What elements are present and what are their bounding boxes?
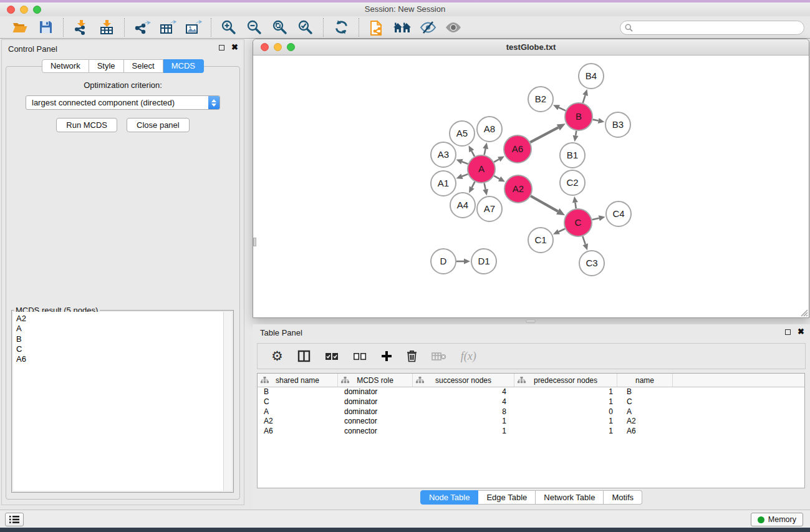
graph-node-A2[interactable]: A2 (504, 175, 532, 203)
tab-motifs[interactable]: Motifs (604, 490, 642, 505)
table-row[interactable]: Adominator80A (258, 407, 804, 417)
network-window-titlebar[interactable]: testGlobe.txt (253, 39, 809, 56)
export-network-button[interactable] (131, 18, 153, 37)
table-cell[interactable]: 4 (413, 397, 514, 407)
function-builder-button[interactable]: f(x) (461, 350, 476, 363)
graph-node-D1[interactable]: D1 (471, 249, 496, 274)
graph-node-A5[interactable]: A5 (450, 121, 475, 146)
table-cell[interactable]: 1 (514, 397, 617, 407)
graph-edge-C-C2[interactable] (572, 196, 578, 208)
graph-edge-B-B4[interactable] (582, 89, 588, 103)
close-panel-button[interactable]: Close panel (127, 118, 190, 132)
column-header-MCDS-role[interactable]: MCDS role (338, 374, 413, 387)
table-cell[interactable]: A2 (617, 417, 673, 427)
graph-node-C1[interactable]: C1 (528, 228, 553, 253)
mcds-result-item[interactable]: A2 (16, 314, 220, 324)
table-cell[interactable]: A2 (258, 417, 338, 427)
column-header-successor-nodes[interactable]: successor nodes (413, 374, 514, 387)
graph-edge-B-B3[interactable] (593, 118, 605, 123)
close-window-button[interactable] (7, 6, 15, 14)
graph-edge-A2-C[interactable] (531, 196, 565, 215)
tab-network-table[interactable]: Network Table (536, 490, 604, 505)
tab-style[interactable]: Style (89, 59, 124, 73)
zoom-out-button[interactable] (243, 18, 266, 37)
search-input[interactable] (636, 24, 804, 32)
table-cell[interactable]: 4 (413, 387, 514, 397)
table-cell[interactable]: 1 (514, 427, 617, 437)
mcds-result-item[interactable]: A6 (16, 354, 220, 364)
zoom-in-button[interactable] (218, 18, 240, 37)
graph-node-A[interactable]: A (468, 155, 495, 183)
show-eye-button[interactable] (442, 18, 465, 37)
table-cell[interactable]: A (617, 407, 673, 417)
float-table-panel-icon[interactable] (785, 329, 791, 335)
memory-button[interactable]: Memory (751, 513, 803, 526)
import-table-button[interactable] (95, 18, 118, 37)
table-row[interactable]: Bdominator41B (258, 387, 804, 397)
delete-column-button[interactable] (407, 350, 417, 362)
tab-node-table[interactable]: Node Table (420, 490, 479, 505)
float-panel-icon[interactable] (219, 45, 224, 51)
graph-node-A3[interactable]: A3 (431, 142, 456, 167)
run-mcds-button[interactable]: Run MCDS (56, 118, 117, 132)
tab-mcds[interactable]: MCDS (163, 59, 204, 73)
table-cell[interactable]: C (258, 397, 338, 407)
graph-edge-C-C1[interactable] (553, 229, 565, 235)
export-image-button[interactable] (182, 18, 205, 37)
graph-node-B4[interactable]: B4 (579, 64, 604, 89)
destroy-table-button[interactable] (432, 351, 446, 362)
hide-eye-button[interactable] (417, 18, 439, 37)
minimize-window-button[interactable] (20, 6, 28, 14)
mcds-result-item[interactable]: B (16, 334, 220, 344)
table-cell[interactable]: connector (338, 417, 413, 427)
tab-select[interactable]: Select (124, 59, 163, 73)
graph-edge-A6-B[interactable] (530, 123, 565, 142)
tab-edge-table[interactable]: Edge Table (478, 490, 536, 505)
home-button[interactable] (391, 18, 413, 37)
graph-edge-A-A2[interactable] (494, 176, 505, 182)
table-cell[interactable]: B (258, 387, 338, 397)
export-table-button[interactable] (157, 18, 179, 37)
zoom-fit-button[interactable] (269, 18, 291, 37)
panel-divider-grip[interactable] (526, 319, 536, 323)
table-cell[interactable]: 1 (413, 417, 514, 427)
graph-node-A7[interactable]: A7 (477, 196, 502, 221)
graph-edge-D-D1[interactable] (456, 259, 470, 264)
graph-edge-A-A1[interactable] (456, 173, 468, 178)
graph-edge-A-A6[interactable] (494, 157, 504, 162)
mcds-list-scrollbar[interactable] (223, 312, 232, 491)
column-header-predecessor-nodes[interactable]: predecessor nodes (514, 374, 617, 387)
refresh-button[interactable] (330, 18, 352, 37)
graph-node-A1[interactable]: A1 (431, 171, 456, 196)
network-close-button[interactable] (261, 43, 269, 51)
table-cell[interactable]: dominator (338, 397, 413, 407)
task-history-button[interactable] (5, 513, 24, 526)
zoom-window-button[interactable] (33, 6, 41, 14)
mcds-result-item[interactable]: C (16, 344, 220, 354)
graph-edge-B-B2[interactable] (553, 105, 566, 110)
table-cell[interactable]: 0 (514, 407, 617, 417)
table-cell[interactable]: 1 (514, 387, 617, 397)
graph-edge-A-A4[interactable] (469, 181, 475, 193)
graph-node-C[interactable]: C (564, 209, 592, 236)
save-session-button[interactable] (34, 18, 57, 37)
graph-edge-B-B1[interactable] (573, 131, 579, 142)
graph-edge-C-C4[interactable] (592, 215, 605, 221)
criterion-dropdown[interactable]: largest connected component (directed) (26, 95, 220, 110)
graph-edge-A-A3[interactable] (456, 159, 468, 164)
table-cell[interactable]: connector (338, 427, 413, 437)
graph-node-C4[interactable]: C4 (606, 201, 631, 226)
tab-network[interactable]: Network (42, 59, 89, 73)
network-minimize-button[interactable] (274, 43, 282, 51)
add-column-button[interactable] (381, 351, 392, 362)
graph-edge-A-A8[interactable] (483, 143, 488, 155)
show-columns-button[interactable] (297, 350, 311, 362)
close-table-panel-icon[interactable]: ✖ (798, 329, 804, 335)
canvas-edge-grip[interactable] (253, 238, 256, 246)
table-cell[interactable]: C (617, 397, 673, 407)
zoom-selected-button[interactable] (294, 18, 317, 37)
graph-node-C2[interactable]: C2 (560, 170, 585, 195)
graph-edge-A-A5[interactable] (469, 145, 475, 156)
import-network-button[interactable] (70, 18, 92, 37)
unselect-all-button[interactable] (353, 352, 367, 360)
